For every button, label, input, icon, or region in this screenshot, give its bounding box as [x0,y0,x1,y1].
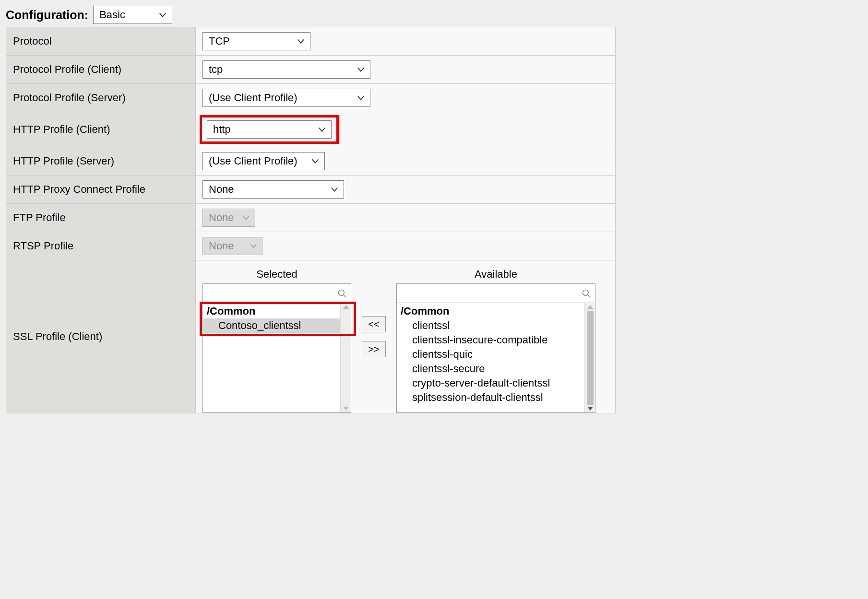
highlight-http-client: http [200,115,339,144]
chevron-down-icon [158,11,167,19]
ssl-available-column: Available /Common clientssl clientssl-in… [396,268,595,413]
triangle-up-icon [343,305,349,309]
select-rtsp: None [202,237,262,255]
chevron-down-icon [250,242,257,250]
list-item[interactable]: splitsession-default-clientssl [397,390,584,405]
row-protocol-profile-server: Protocol Profile (Server) (Use Client Pr… [6,84,616,112]
select-pp-client[interactable]: tcp [202,60,370,79]
select-http-client[interactable]: http [207,120,332,139]
configuration-header: Configuration: Basic [6,6,862,24]
ssl-dual-list: Selected /Common Contoso_clientssl [202,266,608,413]
ssl-available-search[interactable] [397,284,595,303]
row-http-profile-client: HTTP Profile (Client) http [6,112,616,147]
list-item[interactable]: Contoso_clientssl [203,318,340,333]
row-http-profile-server: HTTP Profile (Server) (Use Client Profil… [6,147,616,176]
move-left-button[interactable]: << [362,316,386,332]
list-item[interactable]: clientssl [397,318,584,333]
row-protocol: Protocol TCP [6,27,616,56]
triangle-down-icon [587,407,593,411]
select-protocol[interactable]: TCP [202,32,310,50]
chevron-down-icon [357,94,365,102]
row-http-proxy-connect: HTTP Proxy Connect Profile None [6,176,616,204]
select-pp-server[interactable]: (Use Client Profile) [202,89,370,107]
ssl-available-listbox[interactable]: /Common clientssl clientssl-insecure-com… [396,283,595,413]
ssl-selected-heading: Selected [256,268,297,281]
list-item[interactable]: clientssl-secure [397,362,584,376]
ssl-selected-group: /Common [203,303,340,318]
label-ftp: FTP Profile [6,204,196,232]
triangle-down-icon [343,407,349,411]
chevron-down-icon [357,65,365,74]
label-http-client: HTTP Profile (Client) [6,112,196,147]
chevron-down-icon [330,185,339,194]
ssl-move-buttons: << >> [362,268,386,357]
chevron-down-icon [242,214,250,222]
configuration-label: Configuration: [6,8,88,22]
chevron-down-icon [311,157,320,165]
row-rtsp-profile: RTSP Profile None [6,232,616,260]
ssl-selected-column: Selected /Common Contoso_clientssl [202,268,351,413]
configuration-form-table: Protocol TCP Protocol Profile (Client) t… [6,27,616,413]
configuration-value: Basic [99,9,125,21]
list-item[interactable]: clientssl-quic [397,347,584,362]
scrollbar[interactable] [340,303,351,412]
configuration-select[interactable]: Basic [93,6,172,24]
scrollbar[interactable] [584,303,595,412]
search-icon [337,289,347,298]
row-ftp-profile: FTP Profile None [6,204,616,232]
ssl-available-group: /Common [397,303,584,318]
ssl-available-heading: Available [475,268,517,281]
label-protocol: Protocol [6,27,196,56]
select-http-server[interactable]: (Use Client Profile) [202,152,325,170]
chevron-down-icon [318,125,326,134]
ssl-selected-search[interactable] [203,284,351,303]
label-pp-client: Protocol Profile (Client) [6,56,196,84]
triangle-up-icon [587,305,593,309]
move-right-button[interactable]: >> [362,341,386,357]
select-ftp: None [202,209,255,227]
search-icon [582,289,591,298]
label-http-proxy: HTTP Proxy Connect Profile [6,176,196,204]
label-http-server: HTTP Profile (Server) [6,147,196,176]
row-protocol-profile-client: Protocol Profile (Client) tcp [6,56,616,84]
label-ssl-client: SSL Profile (Client) [6,260,196,413]
label-pp-server: Protocol Profile (Server) [6,84,196,112]
select-http-proxy[interactable]: None [202,180,344,199]
label-rtsp: RTSP Profile [6,232,196,260]
list-item[interactable]: clientssl-insecure-compatible [397,333,584,347]
chevron-down-icon [297,37,305,46]
row-ssl-profile-client: SSL Profile (Client) Selected /Common Co… [6,260,616,413]
ssl-selected-listbox[interactable]: /Common Contoso_clientssl [202,283,351,413]
list-item[interactable]: crypto-server-default-clientssl [397,376,584,390]
